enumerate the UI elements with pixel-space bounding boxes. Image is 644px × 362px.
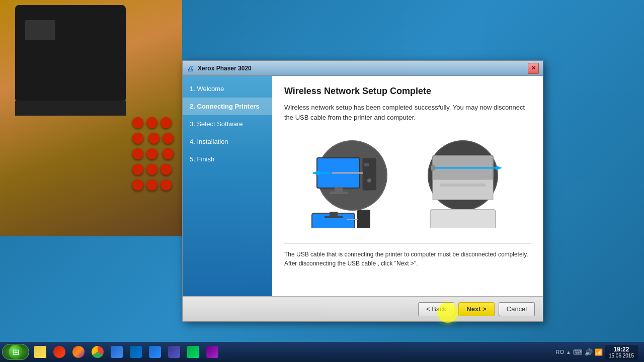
sidebar-item-installation[interactable]: 4. Installation: [183, 133, 272, 150]
monitor-icon: [168, 346, 180, 358]
computer-disconnect-group: [307, 135, 397, 228]
cancel-button[interactable]: Cancel: [499, 302, 535, 316]
next-button[interactable]: Next >: [458, 302, 495, 316]
purple-app-icon: [206, 346, 218, 358]
ie-icon: [149, 346, 161, 358]
taskbar-chromium[interactable]: [108, 343, 126, 360]
tray-volume-icon: 🔊: [585, 348, 593, 356]
tray-network-icon: 📶: [595, 348, 603, 356]
taskbar-green[interactable]: [184, 343, 202, 360]
tray-arrow: ▲: [566, 349, 571, 355]
close-button[interactable]: ✕: [528, 63, 539, 74]
content-note: The USB cable that is connecting the pri…: [284, 243, 531, 268]
back-button[interactable]: < Back: [418, 302, 454, 316]
svg-rect-19: [433, 179, 493, 200]
sidebar-item-welcome[interactable]: 1. Welcome: [183, 80, 272, 98]
printer-in-webcam: [15, 5, 126, 101]
red-dots-decoration: [131, 116, 181, 176]
svg-rect-6: [364, 163, 369, 166]
windows-logo-icon: ⊞: [13, 347, 19, 357]
printer-disconnect-group: [418, 135, 508, 228]
svg-point-7: [367, 178, 371, 183]
svg-rect-20: [440, 184, 486, 187]
svg-rect-13: [325, 216, 343, 218]
windows-orb: ⊞: [9, 345, 23, 359]
system-tray: RO ▲ ⌨ 🔊 📶 19:22 15.06.2015: [552, 345, 642, 359]
webcam-area: [0, 0, 182, 236]
svg-rect-12: [330, 212, 338, 216]
svg-rect-21: [431, 165, 435, 170]
content-area: Wireless Network Setup Complete Wireless…: [272, 76, 543, 296]
taskbar-ie[interactable]: [146, 343, 164, 360]
taskbar-monitor[interactable]: [165, 343, 183, 360]
setup-dialog: 🖨 Xerox Phaser 3020 ✕ 1. Welcome 2. Conn…: [182, 60, 543, 322]
taskbar-chrome[interactable]: [89, 343, 107, 360]
tray-lang: RO: [556, 349, 565, 355]
printer-illustration: [418, 135, 508, 228]
chromium-icon: [111, 346, 123, 358]
sidebar-item-connecting[interactable]: 2. Connecting Printers: [183, 98, 272, 115]
clock[interactable]: 19:22 15.06.2015: [605, 345, 638, 359]
folder-icon: [34, 346, 46, 358]
taskbar-opera[interactable]: [50, 343, 68, 360]
chrome-icon: [92, 346, 104, 358]
desktop: 🖨 Xerox Phaser 3020 ✕ 1. Welcome 2. Conn…: [0, 0, 644, 342]
taskbar-apps: [31, 343, 552, 360]
computer-illustration: [307, 135, 397, 228]
svg-rect-4: [330, 192, 348, 194]
titlebar-icon: 🖨: [187, 64, 195, 72]
taskbar-purple[interactable]: [203, 343, 221, 360]
clock-date: 15.06.2015: [609, 353, 634, 358]
taskbar: ⊞: [0, 342, 644, 362]
dialog-footer: < Back Next > Cancel: [183, 296, 543, 321]
tray-keyboard-icon: ⌨: [573, 348, 583, 356]
titlebar: 🖨 Xerox Phaser 3020 ✕: [183, 61, 543, 76]
webcam-image: [0, 0, 182, 236]
content-description: Wireless network setup has been complete…: [284, 103, 531, 122]
opera-icon: [53, 346, 65, 358]
taskbar-firefox[interactable]: [69, 343, 88, 360]
note-line2: After disconnecting the USB cable , clic…: [284, 260, 418, 267]
start-button[interactable]: ⊞: [2, 344, 29, 360]
note-line1: The USB cable that is connecting the pri…: [284, 251, 528, 258]
content-title: Wireless Network Setup Complete: [284, 86, 531, 97]
svg-rect-14: [357, 210, 370, 228]
sidebar: 1. Welcome 2. Connecting Printers 3. Sel…: [183, 76, 272, 296]
clock-time: 19:22: [609, 346, 634, 353]
taskbar-azure[interactable]: [127, 343, 145, 360]
usb-disconnect-illustration: [284, 130, 531, 233]
sidebar-item-software[interactable]: 3. Select Software: [183, 115, 272, 133]
firefox-icon: [72, 346, 85, 358]
azure-icon: [130, 346, 142, 358]
svg-rect-24: [430, 210, 496, 228]
dialog-body: 1. Welcome 2. Connecting Printers 3. Sel…: [183, 76, 543, 296]
taskbar-folder[interactable]: [31, 343, 49, 360]
green-app-icon: [187, 346, 199, 358]
titlebar-title: Xerox Phaser 3020: [198, 65, 528, 72]
svg-rect-3: [335, 187, 343, 192]
svg-rect-5: [362, 158, 376, 191]
sidebar-item-finish[interactable]: 5. Finish: [183, 150, 272, 168]
